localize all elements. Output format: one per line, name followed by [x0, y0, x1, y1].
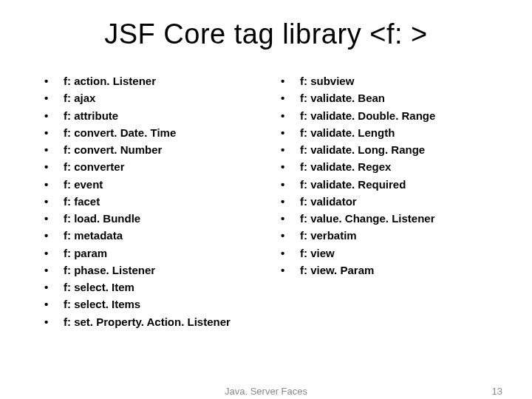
list-item: f: validate. Length: [281, 124, 502, 141]
list-item: f: convert. Number: [44, 141, 266, 158]
list-item: f: convert. Date. Time: [44, 124, 266, 141]
list-item: f: phase. Listener: [44, 262, 266, 279]
footer-center-text: Java. Server Faces: [225, 386, 307, 397]
slide-number: 13: [492, 386, 502, 397]
right-list: f: subviewf: validate. Beanf: validate. …: [266, 72, 502, 279]
left-column: f: action. Listenerf: ajaxf: attributef:…: [30, 72, 266, 330]
list-item: f: select. Item: [44, 279, 266, 296]
slide: JSF Core tag library <f: > f: action. Li…: [0, 0, 532, 399]
list-item: f: subview: [281, 72, 502, 89]
slide-title: JSF Core tag library <f: >: [30, 18, 502, 50]
list-item: f: action. Listener: [44, 72, 266, 89]
list-item: f: validate. Required: [281, 176, 502, 193]
list-item: f: param: [44, 245, 266, 262]
list-item: f: value. Change. Listener: [281, 210, 502, 227]
content-columns: f: action. Listenerf: ajaxf: attributef:…: [30, 72, 502, 330]
list-item: f: validate. Bean: [281, 89, 502, 106]
list-item: f: metadata: [44, 227, 266, 244]
list-item: f: view. Param: [281, 262, 502, 279]
list-item: f: converter: [44, 158, 266, 175]
right-column: f: subviewf: validate. Beanf: validate. …: [266, 72, 502, 330]
list-item: f: load. Bundle: [44, 210, 266, 227]
list-item: f: facet: [44, 193, 266, 210]
list-item: f: attribute: [44, 107, 266, 124]
list-item: f: verbatim: [281, 227, 502, 244]
left-list: f: action. Listenerf: ajaxf: attributef:…: [30, 72, 266, 330]
list-item: f: select. Items: [44, 296, 266, 313]
list-item: f: validate. Regex: [281, 158, 502, 175]
list-item: f: validate. Double. Range: [281, 107, 502, 124]
list-item: f: view: [281, 245, 502, 262]
list-item: f: set. Property. Action. Listener: [44, 313, 266, 330]
list-item: f: event: [44, 176, 266, 193]
list-item: f: validate. Long. Range: [281, 141, 502, 158]
list-item: f: ajax: [44, 89, 266, 106]
list-item: f: validator: [281, 193, 502, 210]
